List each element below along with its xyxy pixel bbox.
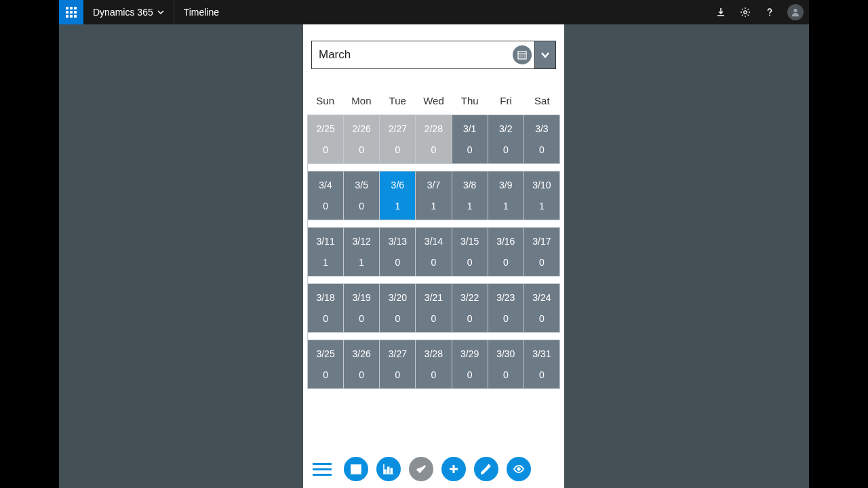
calendar-day[interactable]: 3/130 xyxy=(380,228,416,277)
chart-view-button[interactable] xyxy=(376,457,401,481)
calendar-day[interactable]: 3/230 xyxy=(488,284,524,333)
day-count: 0 xyxy=(431,257,437,270)
day-date: 3/12 xyxy=(353,233,371,247)
day-count: 0 xyxy=(503,144,509,158)
day-count: 1 xyxy=(467,201,473,214)
day-count: 0 xyxy=(431,144,437,158)
day-count: 1 xyxy=(431,201,437,214)
day-date: 3/24 xyxy=(532,289,551,303)
calendar-week: 3/1113/1213/1303/1403/1503/1603/170 xyxy=(308,227,560,277)
waffle-icon xyxy=(66,7,77,18)
calendar-day[interactable]: 3/101 xyxy=(524,171,560,220)
calendar-day[interactable]: 3/280 xyxy=(416,340,452,389)
day-count: 0 xyxy=(395,257,400,270)
calendar-day[interactable]: 3/310 xyxy=(524,340,560,389)
calendar-day[interactable]: 3/91 xyxy=(488,171,524,220)
calendar-day[interactable]: 3/111 xyxy=(308,228,344,277)
settings-button[interactable] xyxy=(733,0,757,24)
calendar-day[interactable]: 3/10 xyxy=(452,115,488,164)
day-date: 3/5 xyxy=(355,177,368,190)
day-count: 0 xyxy=(323,313,328,327)
month-value: March xyxy=(319,48,351,62)
calendar-grid: 2/2502/2602/2702/2803/103/203/303/403/50… xyxy=(307,115,560,389)
calendar-day[interactable]: 2/250 xyxy=(308,115,344,164)
day-date: 3/9 xyxy=(499,177,512,190)
brand-label: Dynamics 365 xyxy=(93,7,153,18)
confirm-button[interactable] xyxy=(409,457,433,481)
view-button[interactable] xyxy=(507,457,531,481)
day-date: 3/13 xyxy=(389,233,407,247)
weekday-label: Mon xyxy=(343,95,379,106)
calendar-day[interactable]: 3/240 xyxy=(524,284,560,333)
day-count: 0 xyxy=(359,144,364,158)
day-count: 0 xyxy=(503,369,509,383)
calendar-day[interactable]: 3/150 xyxy=(452,228,488,277)
edit-button[interactable] xyxy=(474,457,498,481)
day-date: 2/27 xyxy=(389,121,407,134)
calendar-day[interactable]: 3/220 xyxy=(452,284,488,333)
day-date: 3/27 xyxy=(389,346,407,359)
eye-icon xyxy=(512,462,526,476)
day-count: 0 xyxy=(395,369,400,383)
day-count: 1 xyxy=(539,201,545,214)
day-date: 3/23 xyxy=(496,289,515,303)
day-date: 3/4 xyxy=(319,177,332,190)
calendar-day[interactable]: 2/270 xyxy=(380,115,416,164)
calendar-picker-button[interactable] xyxy=(513,45,532,64)
calendar-day[interactable]: 3/61 xyxy=(380,171,416,220)
calendar-day[interactable]: 3/20 xyxy=(488,115,524,164)
help-button[interactable] xyxy=(757,0,782,24)
calendar-day[interactable]: 3/180 xyxy=(308,284,344,333)
day-date: 3/19 xyxy=(353,289,371,303)
day-date: 3/6 xyxy=(391,177,404,190)
person-icon xyxy=(791,7,800,17)
day-count: 1 xyxy=(323,257,328,270)
bar-chart-icon xyxy=(382,462,395,476)
timeline-panel: March SunMonTueWedThuFriSat 2/2502/2602/… xyxy=(303,24,564,488)
svg-rect-15 xyxy=(388,467,390,473)
calendar-day[interactable]: 3/160 xyxy=(488,228,524,277)
calendar-day[interactable]: 3/40 xyxy=(308,171,344,220)
calendar-day[interactable]: 3/270 xyxy=(380,340,416,389)
calendar-week: 3/2503/2603/2703/2803/2903/3003/310 xyxy=(308,340,560,389)
brand-dropdown[interactable]: Dynamics 365 xyxy=(83,0,174,24)
add-button[interactable] xyxy=(441,457,466,481)
weekday-label: Wed xyxy=(416,95,452,106)
calendar-day[interactable]: 3/250 xyxy=(308,340,344,389)
calendar-view-button[interactable] xyxy=(344,457,368,481)
day-count: 0 xyxy=(359,369,364,383)
calendar-day[interactable]: 3/260 xyxy=(344,340,380,389)
weekday-label: Thu xyxy=(452,95,488,106)
calendar-day[interactable]: 2/260 xyxy=(344,115,380,164)
calendar-day[interactable]: 3/140 xyxy=(416,228,452,277)
calendar-day[interactable]: 3/30 xyxy=(524,115,560,164)
calendar-day[interactable]: 3/121 xyxy=(344,228,380,277)
calendar-day[interactable]: 3/50 xyxy=(344,171,380,220)
app-launcher-button[interactable] xyxy=(59,0,83,24)
day-count: 0 xyxy=(539,369,545,383)
calendar-day[interactable]: 2/280 xyxy=(416,115,452,164)
calendar-day[interactable]: 3/200 xyxy=(380,284,416,333)
svg-rect-1 xyxy=(70,7,73,9)
calendar-day[interactable]: 3/300 xyxy=(488,340,524,389)
weekday-label: Tue xyxy=(380,95,416,106)
calendar-day[interactable]: 3/71 xyxy=(416,171,452,220)
calendar-day[interactable]: 3/81 xyxy=(452,171,488,220)
menu-button[interactable] xyxy=(309,459,336,480)
day-count: 0 xyxy=(431,313,437,327)
calendar-day[interactable]: 3/170 xyxy=(524,228,560,277)
download-button[interactable] xyxy=(709,0,733,24)
month-dropdown-button[interactable] xyxy=(535,41,556,69)
user-avatar[interactable] xyxy=(787,4,804,20)
calendar-day[interactable]: 3/210 xyxy=(416,284,452,333)
day-date: 3/29 xyxy=(460,346,479,359)
breadcrumb[interactable]: Timeline xyxy=(174,7,229,18)
day-count: 1 xyxy=(503,201,509,214)
day-count: 1 xyxy=(395,201,400,214)
calendar-day[interactable]: 3/290 xyxy=(452,340,488,389)
calendar-day[interactable]: 3/190 xyxy=(344,284,380,333)
month-field[interactable]: March xyxy=(311,41,535,69)
svg-point-10 xyxy=(769,15,770,16)
svg-rect-3 xyxy=(66,11,68,14)
day-count: 0 xyxy=(539,313,545,327)
